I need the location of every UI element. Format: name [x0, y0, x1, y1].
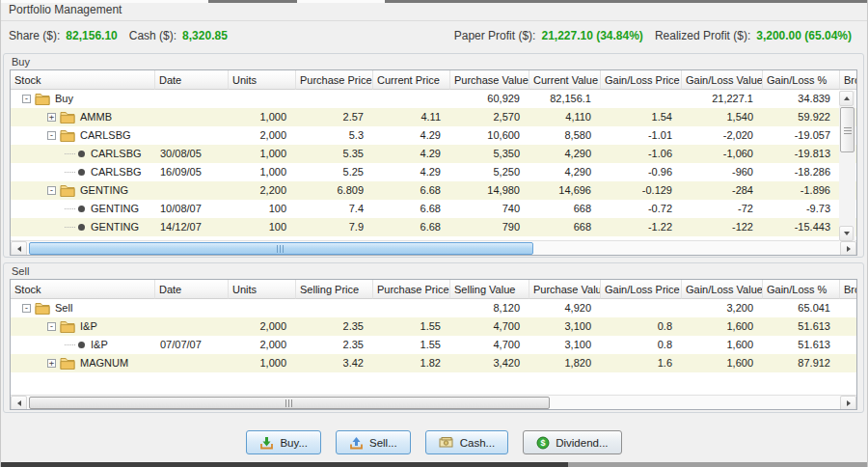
row-cell-date	[155, 126, 229, 145]
dividend-button[interactable]: $Dividend...	[523, 430, 621, 454]
profit-summary: Paper Profit ($): 21,227.10 (34.84%) Rea…	[454, 29, 857, 42]
row-cell-gain-loss-price	[601, 299, 682, 317]
expand-toggle[interactable]: -	[22, 95, 31, 103]
share-label: Share ($):	[9, 29, 60, 42]
expand-toggle[interactable]: -	[47, 186, 56, 195]
column-header-current-value[interactable]: Current Value	[529, 70, 601, 90]
column-header-date[interactable]: Date	[155, 70, 229, 90]
table-row[interactable]: GENTING06/02/081,0007.56.687,5006,680-0.…	[11, 236, 856, 240]
scroll-down-arrow[interactable]	[839, 226, 854, 241]
sell-hscroll-track[interactable]	[27, 396, 840, 410]
column-header-gain-loss-value[interactable]: Gain/Loss Value	[682, 70, 763, 90]
row-cell-purchase-price	[373, 299, 450, 317]
row-cell-purchase-price: 5.25	[296, 163, 373, 181]
table-row[interactable]: -Sell8,1204,9203,20065.041	[11, 299, 856, 317]
expand-toggle[interactable]: +	[47, 359, 56, 368]
top-edge-decoration	[1, 0, 868, 3]
row-cell-purchase-value: 5,350	[450, 145, 529, 163]
row-cell-purchase-price: 7.9	[296, 218, 373, 236]
row-cell-purchase-value: 60,929	[450, 90, 529, 108]
table-header: StockDateUnitsPurchase PriceCurrent Pric…	[11, 70, 857, 90]
stock-cell: GENTING	[11, 200, 155, 218]
table-row[interactable]: GENTING10/08/071007.46.68740668-0.72-72-…	[11, 200, 856, 218]
bottom-edge-decoration	[1, 462, 868, 467]
column-header-purchase-value[interactable]: Purchase Value	[450, 70, 529, 90]
scroll-left-arrow[interactable]	[11, 241, 27, 256]
row-cell-gain-loss: 59.922	[763, 108, 840, 126]
table-row[interactable]: +MAGNUM1,0003.421.823,4201,8201.61,60087…	[11, 354, 856, 372]
row-cell-gain-loss: -18.286	[763, 163, 840, 181]
cash-button[interactable]: Cash...	[425, 430, 508, 454]
stock-name: I&P	[80, 317, 97, 336]
column-header-gain-loss[interactable]: Gain/Loss %	[763, 70, 840, 90]
table-body: -Sell8,1204,9203,20065.041-I&P2,0002.351…	[11, 299, 856, 395]
stock-cell: I&P	[11, 336, 155, 354]
expand-toggle[interactable]: -	[47, 131, 56, 140]
expand-toggle[interactable]: +	[47, 113, 56, 122]
column-header-broker[interactable]: Broker	[840, 70, 857, 90]
column-header-gain-loss-price[interactable]: Gain/Loss Price	[601, 280, 682, 299]
table-row[interactable]: -I&P2,0002.351.554,7003,1000.81,60051.61…	[11, 317, 856, 336]
table-row[interactable]: CARLSBG16/09/051,0005.254.295,2504,290-0…	[11, 163, 856, 181]
column-header-broker[interactable]: Broker	[840, 280, 857, 299]
column-header-selling-value[interactable]: Selling Value	[450, 280, 529, 299]
row-cell-gain-loss-price: -0.129	[601, 181, 682, 200]
column-header-purchase-price[interactable]: Purchase Price	[296, 70, 373, 90]
scroll-up-arrow[interactable]	[839, 91, 854, 106]
row-cell-gain-loss: -10.933	[763, 236, 840, 240]
svg-text:$: $	[541, 438, 546, 448]
row-cell-gain-loss: -9.73	[763, 200, 840, 218]
buy-hscroll-track[interactable]	[27, 241, 840, 256]
column-header-selling-price[interactable]: Selling Price	[296, 280, 373, 299]
row-cell-units: 2,000	[229, 126, 296, 145]
scroll-right-arrow[interactable]	[840, 396, 856, 410]
buy-button[interactable]: Buy...	[246, 430, 321, 454]
folder-icon	[60, 129, 75, 142]
column-header-purchase-value[interactable]: Purchase Value	[529, 280, 601, 299]
row-cell-gain-loss: -19.057	[763, 126, 840, 145]
column-header-stock[interactable]: Stock	[11, 280, 155, 299]
sell-export-icon	[349, 436, 364, 450]
row-cell-gain-loss-value: 1,600	[682, 317, 763, 336]
column-header-gain-loss-value[interactable]: Gain/Loss Value	[682, 280, 763, 299]
stock-cell: -I&P	[11, 317, 155, 336]
row-cell-current-price: 4.29	[373, 126, 450, 145]
table-row[interactable]: CARLSBG30/08/051,0005.354.295,3504,290-1…	[11, 145, 856, 163]
cash-icon	[439, 436, 454, 449]
sell-button[interactable]: Sell...	[336, 430, 411, 454]
column-header-units[interactable]: Units	[229, 280, 296, 299]
scroll-left-arrow[interactable]	[11, 396, 27, 410]
column-header-stock[interactable]: Stock	[11, 70, 155, 90]
expand-toggle[interactable]: -	[22, 304, 31, 313]
table-row[interactable]: GENTING14/12/071007.96.68790668-1.22-122…	[11, 218, 856, 236]
expand-toggle[interactable]: -	[47, 322, 56, 331]
table-row[interactable]: +AMMB1,0002.574.112,5704,1101.541,54059.…	[11, 108, 856, 126]
column-header-units[interactable]: Units	[229, 70, 296, 90]
scroll-right-arrow[interactable]	[840, 241, 856, 256]
column-header-gain-loss[interactable]: Gain/Loss %	[763, 280, 840, 299]
sell-horizontal-scrollbar[interactable]	[11, 395, 856, 410]
sell-hscroll-thumb[interactable]	[29, 397, 550, 409]
vscroll-track[interactable]	[839, 152, 855, 226]
table-row[interactable]: -CARLSBG2,0005.34.2910,6008,580-1.01-2,0…	[11, 126, 856, 145]
row-cell-units: 1,000	[229, 236, 296, 240]
folder-icon	[35, 302, 50, 315]
button-label: Buy...	[280, 437, 308, 449]
stock-name: CARLSBG	[80, 126, 131, 145]
table-row[interactable]: I&P07/07/072,0002.351.554,7003,1000.81,6…	[11, 336, 856, 354]
row-cell-gain-loss-price: 0.8	[601, 317, 682, 336]
column-header-date[interactable]: Date	[155, 280, 229, 299]
buy-vertical-scrollbar[interactable]	[839, 91, 855, 241]
column-header-gain-loss-price[interactable]: Gain/Loss Price	[601, 70, 682, 90]
table-row[interactable]: -GENTING2,2006.8096.6814,98014,696-0.129…	[11, 181, 856, 200]
column-header-purchase-price[interactable]: Purchase Price	[373, 280, 450, 299]
buy-vscroll-thumb[interactable]	[840, 107, 854, 152]
row-cell-purchase-price: 6.809	[296, 181, 373, 200]
row-cell-purchase-value: 3,100	[529, 336, 601, 354]
table-row[interactable]: -Buy60,92982,156.121,227.134.839	[11, 90, 856, 108]
column-header-current-price[interactable]: Current Price	[373, 70, 450, 90]
action-button-bar: Buy...Sell...Cash...$Dividend...	[1, 430, 867, 454]
row-cell-gain-loss-value: 1,540	[682, 108, 763, 126]
buy-horizontal-scrollbar[interactable]	[11, 240, 856, 256]
buy-hscroll-thumb[interactable]	[29, 242, 533, 255]
